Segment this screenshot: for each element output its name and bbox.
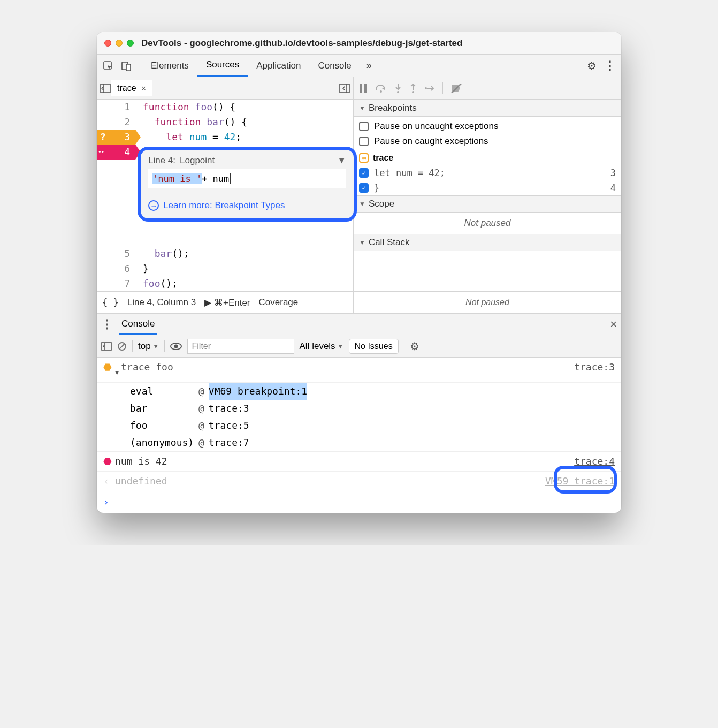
script-badge-icon: ⇔	[359, 153, 369, 163]
context-selector[interactable]: top▼	[138, 341, 159, 352]
console-prompt[interactable]: ›	[97, 491, 621, 513]
callstack-pane-header[interactable]: ▼Call Stack	[354, 234, 621, 251]
kebab-menu-icon[interactable]: ⋮	[601, 57, 619, 75]
titlebar: DevTools - googlechrome.github.io/devtoo…	[97, 32, 621, 55]
learn-more-link[interactable]: Learn more: Breakpoint Types	[163, 200, 285, 211]
deactivate-breakpoints-icon[interactable]	[450, 84, 462, 93]
tab-elements[interactable]: Elements	[142, 55, 197, 77]
zoom-icon[interactable]	[127, 40, 134, 47]
svg-rect-6	[364, 84, 367, 93]
settings-icon[interactable]: ⚙	[583, 57, 601, 75]
more-tabs-button[interactable]: »	[360, 60, 378, 71]
run-snippet-hint[interactable]: ▶ ⌘+Enter	[204, 297, 250, 308]
drawer-close-icon[interactable]: ×	[610, 317, 617, 331]
svg-line-14	[119, 344, 125, 349]
logpoint-icon: ⬣	[103, 453, 115, 470]
live-expression-icon[interactable]	[170, 343, 182, 350]
disclosure-triangle-icon[interactable]: ▼	[115, 364, 119, 381]
coverage-button[interactable]: Coverage	[259, 297, 299, 308]
svg-point-9	[412, 91, 414, 93]
source-link[interactable]: VM59 trace:1	[545, 473, 615, 490]
console-output: ⬣ ▼ trace foo trace:3 eval@ VM69 breakpo…	[97, 358, 621, 513]
devtools-window: DevTools - googlechrome.github.io/devtoo…	[97, 32, 621, 513]
window-title: DevTools - googlechrome.github.io/devtoo…	[141, 38, 462, 49]
warning-icon: ⬣	[103, 359, 115, 376]
pause-uncaught-checkbox[interactable]	[359, 122, 369, 131]
callstack-not-paused: Not paused	[354, 292, 621, 313]
tab-application[interactable]: Application	[248, 55, 309, 77]
breakpoint-checkbox[interactable]: ✓	[359, 183, 369, 193]
file-tab-trace[interactable]: trace ×	[111, 80, 152, 96]
stack-link[interactable]: trace:7	[209, 434, 249, 451]
svg-point-7	[380, 90, 382, 93]
clear-console-icon[interactable]	[117, 342, 127, 351]
cursor-position: Line 4, Column 3	[127, 297, 196, 308]
device-toggle-icon[interactable]	[117, 57, 135, 75]
source-link[interactable]: trace:4	[574, 453, 615, 470]
scope-not-paused: Not paused	[354, 213, 621, 234]
breakpoint-marker-logpoint: 4	[97, 145, 135, 160]
svg-rect-12	[102, 343, 111, 350]
svg-rect-4	[340, 84, 349, 93]
svg-point-10	[425, 87, 427, 89]
minimize-icon[interactable]	[116, 40, 123, 47]
step-over-icon[interactable]	[375, 84, 387, 93]
stack-link[interactable]: trace:5	[209, 417, 249, 434]
close-icon[interactable]	[104, 40, 111, 47]
main-tabbar: Elements Sources Application Console » ⚙…	[97, 55, 621, 77]
scope-pane-header[interactable]: ▼Scope	[354, 195, 621, 213]
svg-rect-5	[360, 84, 362, 93]
file-tab-label: trace	[117, 84, 136, 93]
breakpoint-type-dropdown[interactable]: Logpoint	[180, 155, 333, 166]
drawer-menu-icon[interactable]: ⋮	[101, 317, 113, 331]
breakpoint-item[interactable]: ✓ } 4	[354, 180, 621, 195]
svg-point-8	[397, 91, 399, 93]
pause-caught-checkbox[interactable]	[359, 136, 369, 146]
step-into-icon[interactable]	[394, 84, 402, 93]
breakpoint-group-trace[interactable]: ⇔ trace	[354, 151, 621, 165]
tab-console[interactable]: Console	[309, 55, 360, 77]
source-link[interactable]: trace:3	[574, 359, 615, 376]
breakpoint-item[interactable]: ✓ let num = 42; 3	[354, 165, 621, 180]
drawer-tab-console[interactable]: Console	[119, 314, 157, 335]
breakpoint-marker-conditional: 3	[97, 130, 135, 145]
return-value-icon: ‹	[103, 473, 115, 490]
svg-point-16	[174, 344, 178, 348]
file-tab-close-icon[interactable]: ×	[142, 84, 146, 93]
step-icon[interactable]	[424, 85, 435, 92]
svg-rect-2	[126, 64, 131, 71]
breakpoints-pane-header[interactable]: ▼Breakpoints	[354, 100, 621, 117]
breakpoint-editor-popup: Line 4: Logpoint ▼ 'num is ' + num → Lea…	[138, 147, 357, 222]
pretty-print-button[interactable]: { }	[102, 297, 119, 308]
console-settings-icon[interactable]: ⚙	[410, 340, 419, 353]
logpoint-expression-input[interactable]: 'num is ' + num	[148, 169, 346, 188]
pause-icon[interactable]	[359, 84, 368, 93]
inspect-element-icon[interactable]	[99, 57, 117, 75]
tab-sources[interactable]: Sources	[197, 55, 248, 77]
line-gutter[interactable]: 1 2 3 4 5 6 7	[97, 100, 135, 291]
popup-line-label: Line 4:	[148, 155, 175, 166]
breakpoint-checkbox[interactable]: ✓	[359, 168, 369, 178]
stack-link[interactable]: VM69 breakpoint:1	[209, 383, 307, 400]
step-out-icon[interactable]	[409, 84, 417, 93]
issues-button[interactable]: No Issues	[349, 339, 399, 354]
arrow-right-circle-icon: →	[148, 200, 159, 211]
console-filter-input[interactable]: Filter	[187, 339, 294, 354]
log-level-selector[interactable]: All levels▼	[300, 341, 343, 352]
chevron-down-icon[interactable]: ▼	[337, 155, 346, 166]
console-sidebar-toggle-icon[interactable]	[101, 342, 112, 351]
debugger-sidebar-toggle-icon[interactable]	[339, 84, 350, 93]
stack-link[interactable]: trace:3	[209, 400, 249, 417]
navigator-toggle-icon[interactable]	[100, 84, 111, 93]
